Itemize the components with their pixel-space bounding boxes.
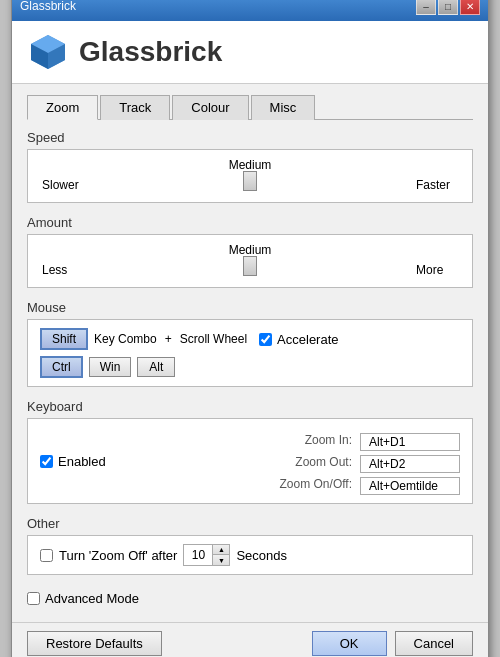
bottom-bar: Restore Defaults OK Cancel	[12, 622, 488, 657]
enabled-label: Enabled	[58, 454, 106, 469]
turn-off-label: Turn 'Zoom Off' after	[59, 548, 177, 563]
minimize-button[interactable]: –	[416, 0, 436, 15]
speed-slider-row: Slower Faster	[42, 176, 458, 194]
restore-defaults-button[interactable]: Restore Defaults	[27, 631, 162, 656]
amount-slider-row: Less More	[42, 261, 458, 279]
ok-button[interactable]: OK	[312, 631, 387, 656]
cancel-button[interactable]: Cancel	[395, 631, 473, 656]
speed-left-label: Slower	[42, 178, 84, 192]
tab-misc[interactable]: Misc	[251, 95, 316, 120]
mouse-label: Mouse	[27, 300, 473, 315]
other-label: Other	[27, 516, 473, 531]
seconds-label: Seconds	[236, 548, 287, 563]
zoom-in-label: Zoom In:	[280, 433, 352, 451]
title-bar-buttons: – □ ✕	[416, 0, 480, 15]
zoom-onoff-value: Alt+Oemtilde	[360, 477, 460, 495]
amount-right-label: More	[416, 263, 458, 277]
shortcut-grid: Zoom In: Alt+D1 Zoom Out: Alt+D2 Zoom On…	[280, 433, 460, 495]
other-container: Turn 'Zoom Off' after 10 ▲ ▼ Seconds	[27, 535, 473, 575]
app-header: Glassbrick	[12, 21, 488, 84]
maximize-button[interactable]: □	[438, 0, 458, 15]
turn-off-checkbox[interactable]	[40, 549, 53, 562]
tab-track[interactable]: Track	[100, 95, 170, 120]
app-logo-icon	[27, 31, 69, 73]
amount-left-label: Less	[42, 263, 84, 277]
mouse-section: Mouse Shift Key Combo + Scroll Wheel Acc…	[27, 300, 473, 387]
main-window: Glassbrick – □ ✕ Glassbrick Zoom Track C…	[11, 0, 489, 657]
alt-button[interactable]: Alt	[137, 357, 175, 377]
enabled-row: Enabled	[40, 454, 106, 469]
accelerate-label: Accelerate	[277, 332, 338, 347]
tab-bar: Zoom Track Colour Misc	[27, 94, 473, 120]
other-row: Turn 'Zoom Off' after 10 ▲ ▼ Seconds	[40, 544, 460, 566]
speed-label: Speed	[27, 130, 473, 145]
amount-label: Amount	[27, 215, 473, 230]
keyboard-label: Keyboard	[27, 399, 473, 414]
scroll-wheel-label: Scroll Wheel	[180, 332, 247, 346]
bottom-right: OK Cancel	[312, 631, 473, 656]
shift-button[interactable]: Shift	[40, 328, 88, 350]
key-combo-label: Key Combo	[94, 332, 157, 346]
speed-right-label: Faster	[416, 178, 458, 192]
seconds-input[interactable]: 10	[184, 547, 212, 563]
zoom-out-value: Alt+D2	[360, 455, 460, 473]
main-content: Zoom Track Colour Misc Speed Medium Slow…	[12, 84, 488, 622]
mouse-container: Shift Key Combo + Scroll Wheel Accelerat…	[27, 319, 473, 387]
advanced-mode-checkbox[interactable]	[27, 592, 40, 605]
keyboard-enabled-checkbox[interactable]	[40, 455, 53, 468]
zoom-out-label: Zoom Out:	[280, 455, 352, 473]
advanced-mode-label: Advanced Mode	[45, 591, 139, 606]
spin-up-button[interactable]: ▲	[213, 545, 229, 555]
accelerate-checkbox[interactable]	[259, 333, 272, 346]
zoom-in-value: Alt+D1	[360, 433, 460, 451]
bottom-left: Restore Defaults	[27, 631, 162, 656]
amount-section: Amount Medium Less More	[27, 215, 473, 288]
speed-slider-container: Medium Slower Faster	[27, 149, 473, 203]
mouse-row1: Shift Key Combo + Scroll Wheel Accelerat…	[40, 328, 460, 350]
close-button[interactable]: ✕	[460, 0, 480, 15]
plus-sign: +	[165, 332, 172, 346]
keyboard-section: Keyboard Enabled Zoom In: Alt+D1 Zoom Ou…	[27, 399, 473, 504]
amount-slider-container: Medium Less More	[27, 234, 473, 288]
advanced-row: Advanced Mode	[27, 587, 473, 610]
tab-zoom[interactable]: Zoom	[27, 95, 98, 120]
ctrl-button[interactable]: Ctrl	[40, 356, 83, 378]
speed-slider[interactable]	[92, 176, 408, 194]
title-bar-text: Glassbrick	[20, 0, 76, 13]
keyboard-container: Enabled Zoom In: Alt+D1 Zoom Out: Alt+D2…	[27, 418, 473, 504]
mouse-row2: Ctrl Win Alt	[40, 356, 460, 378]
seconds-input-group: 10 ▲ ▼	[183, 544, 230, 566]
accelerate-row: Accelerate	[259, 332, 338, 347]
spin-buttons: ▲ ▼	[212, 545, 229, 565]
amount-slider[interactable]	[92, 261, 408, 279]
speed-section: Speed Medium Slower Faster	[27, 130, 473, 203]
keyboard-row: Enabled Zoom In: Alt+D1 Zoom Out: Alt+D2…	[40, 427, 460, 495]
other-section: Other Turn 'Zoom Off' after 10 ▲ ▼ Secon…	[27, 516, 473, 575]
zoom-onoff-label: Zoom On/Off:	[280, 477, 352, 495]
win-button[interactable]: Win	[89, 357, 132, 377]
app-title: Glassbrick	[79, 36, 222, 68]
title-bar: Glassbrick – □ ✕	[12, 0, 488, 21]
tab-colour[interactable]: Colour	[172, 95, 248, 120]
spin-down-button[interactable]: ▼	[213, 555, 229, 565]
